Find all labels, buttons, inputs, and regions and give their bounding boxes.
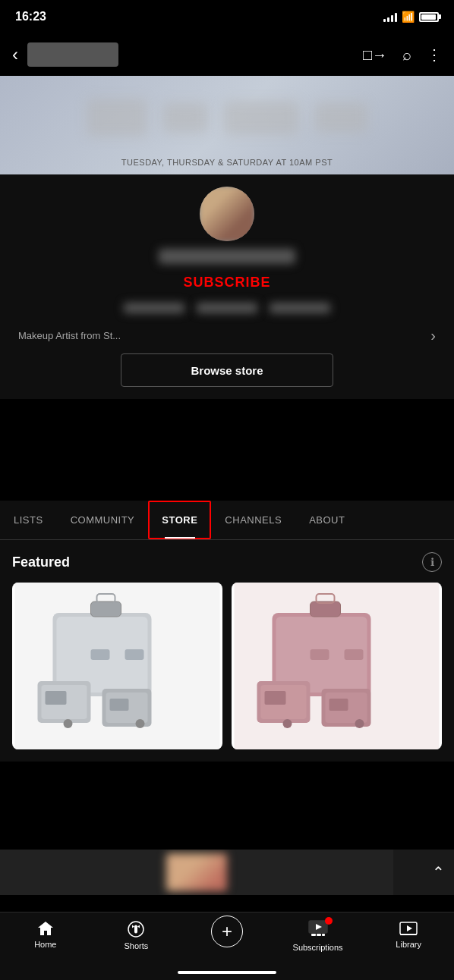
svg-rect-20 <box>311 649 329 660</box>
nav-shorts[interactable]: Shorts <box>91 920 182 950</box>
browse-store-button[interactable]: Browse store <box>121 353 333 387</box>
channel-name-bar <box>27 42 118 67</box>
svg-point-11 <box>64 719 73 728</box>
status-bar: 16:23 📶 <box>0 0 454 33</box>
channel-banner: TUESDAY, THURSDAY & SATURDAY AT 10AM PST <box>0 76 454 174</box>
svg-marker-37 <box>407 925 412 931</box>
banner-blur-4 <box>314 102 367 133</box>
signal-icon <box>383 11 397 22</box>
search-icon[interactable]: ⌕ <box>402 46 411 64</box>
blurred-thumbnail <box>166 853 227 891</box>
featured-title: Featured <box>12 554 70 570</box>
subscriptions-icon <box>308 920 328 940</box>
add-button[interactable]: + <box>211 916 243 947</box>
tab-store[interactable]: STORE <box>148 501 211 539</box>
channel-avatar <box>200 187 254 241</box>
svg-point-27 <box>355 719 364 728</box>
bottom-strip-right: ⌃ <box>393 850 454 895</box>
svg-rect-35 <box>322 934 325 936</box>
bottom-nav: Home Shorts + Subscriptions <box>0 912 454 980</box>
info-icon[interactable]: ℹ <box>422 552 442 572</box>
tab-bar: LISTS COMMUNITY STORE CHANNELS ABOUT <box>0 501 454 540</box>
product-image-2 <box>232 583 442 749</box>
shorts-icon <box>127 920 145 938</box>
svg-rect-38 <box>400 934 417 935</box>
svg-rect-5 <box>91 649 110 660</box>
stat-blur-1 <box>124 303 184 313</box>
nav-home[interactable]: Home <box>0 920 91 949</box>
battery-icon <box>419 12 439 22</box>
tab-lists[interactable]: LISTS <box>0 501 57 539</box>
featured-header: Featured ℹ <box>12 552 442 572</box>
avatar-image <box>200 187 254 241</box>
svg-rect-33 <box>311 934 316 936</box>
channel-stats <box>124 303 330 313</box>
banner-blur-2 <box>162 102 208 133</box>
tab-community[interactable]: COMMUNITY <box>57 501 149 539</box>
channel-description: Makeup Artist from St... <box>18 330 430 341</box>
svg-rect-14 <box>110 699 129 711</box>
tab-channels[interactable]: CHANNELS <box>211 501 295 539</box>
banner-blur-1 <box>87 99 147 137</box>
bottom-strip-left <box>0 850 393 895</box>
svg-rect-6 <box>125 649 144 660</box>
tab-about[interactable]: ABOUT <box>295 501 358 539</box>
product-card-1[interactable] <box>12 583 222 749</box>
banner-subtitle: TUESDAY, THURSDAY & SATURDAY AT 10AM PST <box>121 158 333 167</box>
channel-info-area: SUBSCRIBE Makeup Artist from St... › Bro… <box>0 174 454 399</box>
stat-blur-3 <box>270 303 330 313</box>
back-button[interactable]: ‹ <box>12 44 18 65</box>
home-indicator <box>178 971 276 974</box>
channel-description-row[interactable]: Makeup Artist from St... › <box>12 327 442 344</box>
subscriptions-badge <box>325 917 333 925</box>
top-nav: ‹ □→ ⌕ ⋮ <box>0 33 454 76</box>
cast-icon[interactable]: □→ <box>363 46 387 64</box>
product-image-1 <box>12 583 222 749</box>
nav-home-label: Home <box>34 940 56 949</box>
status-time: 16:23 <box>15 10 46 24</box>
channel-name <box>159 249 295 264</box>
nav-icons: □→ ⌕ ⋮ <box>363 46 442 64</box>
nav-subscriptions-label: Subscriptions <box>293 943 343 952</box>
scroll-up-icon[interactable]: ⌃ <box>432 863 445 881</box>
svg-rect-21 <box>345 649 364 660</box>
home-icon <box>36 920 55 937</box>
bottom-strip: ⌃ <box>0 850 454 895</box>
svg-rect-28 <box>265 691 286 705</box>
wifi-icon: 📶 <box>402 11 415 23</box>
status-icons: 📶 <box>383 11 439 23</box>
banner-blur-3 <box>223 101 299 135</box>
nav-shorts-label: Shorts <box>124 941 148 950</box>
chevron-right-icon: › <box>430 327 436 344</box>
products-grid <box>12 583 442 749</box>
library-icon <box>399 920 418 937</box>
nav-library-label: Library <box>396 940 421 949</box>
svg-rect-13 <box>46 691 67 705</box>
banner-blurred-items <box>0 91 454 159</box>
nav-subscriptions[interactable]: Subscriptions <box>273 920 364 952</box>
nav-add[interactable]: + <box>181 920 273 947</box>
more-options-icon[interactable]: ⋮ <box>427 46 442 64</box>
svg-rect-29 <box>329 699 348 711</box>
svg-point-26 <box>283 719 292 728</box>
product-card-2[interactable] <box>232 583 442 749</box>
nav-library[interactable]: Library <box>363 920 454 949</box>
svg-rect-34 <box>317 934 321 936</box>
stat-blur-2 <box>197 303 257 313</box>
svg-point-12 <box>136 719 145 728</box>
subscribe-button[interactable]: SUBSCRIBE <box>183 275 270 291</box>
banner-content: TUESDAY, THURSDAY & SATURDAY AT 10AM PST <box>0 76 454 174</box>
featured-section: Featured ℹ <box>0 540 454 762</box>
